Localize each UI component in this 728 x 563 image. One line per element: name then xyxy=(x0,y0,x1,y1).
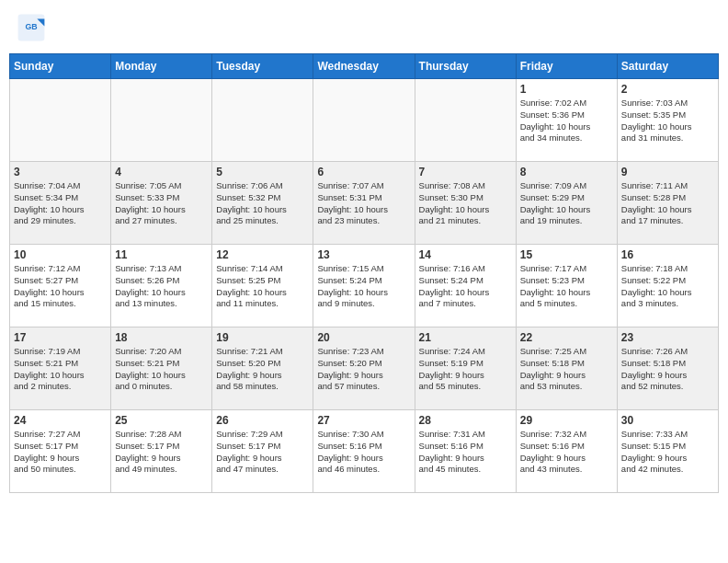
day-number: 6 xyxy=(317,166,410,178)
day-number: 30 xyxy=(621,414,714,427)
day-number: 2 xyxy=(621,83,714,96)
day-info: Sunrise: 7:20 AM Sunset: 5:21 PM Dayligh… xyxy=(115,346,208,393)
day-number: 4 xyxy=(115,166,208,178)
day-info: Sunrise: 7:24 AM Sunset: 5:19 PM Dayligh… xyxy=(419,346,512,393)
calendar-day-cell: 21Sunrise: 7:24 AM Sunset: 5:19 PM Dayli… xyxy=(415,327,516,410)
calendar-table: SundayMondayTuesdayWednesdayThursdayFrid… xyxy=(9,53,719,493)
day-number: 26 xyxy=(216,414,309,427)
calendar-day-cell: 22Sunrise: 7:25 AM Sunset: 5:18 PM Dayli… xyxy=(516,327,617,410)
day-number: 12 xyxy=(216,248,309,261)
day-number: 17 xyxy=(14,331,107,344)
day-number: 1 xyxy=(520,83,613,96)
calendar-day-cell: 23Sunrise: 7:26 AM Sunset: 5:18 PM Dayli… xyxy=(617,327,718,410)
day-info: Sunrise: 7:25 AM Sunset: 5:18 PM Dayligh… xyxy=(520,346,613,393)
day-info: Sunrise: 7:29 AM Sunset: 5:17 PM Dayligh… xyxy=(216,429,309,476)
calendar-week-row: 3Sunrise: 7:04 AM Sunset: 5:34 PM Daylig… xyxy=(10,162,719,245)
day-info: Sunrise: 7:28 AM Sunset: 5:17 PM Dayligh… xyxy=(115,429,208,476)
day-info: Sunrise: 7:15 AM Sunset: 5:24 PM Dayligh… xyxy=(317,263,410,310)
calendar-day-cell: 14Sunrise: 7:16 AM Sunset: 5:24 PM Dayli… xyxy=(415,245,516,327)
day-info: Sunrise: 7:03 AM Sunset: 5:35 PM Dayligh… xyxy=(621,98,714,144)
day-info: Sunrise: 7:16 AM Sunset: 5:24 PM Dayligh… xyxy=(419,263,512,310)
day-number: 11 xyxy=(115,248,208,261)
day-info: Sunrise: 7:13 AM Sunset: 5:26 PM Dayligh… xyxy=(115,263,208,310)
day-number: 3 xyxy=(14,166,107,178)
day-info: Sunrise: 7:05 AM Sunset: 5:33 PM Dayligh… xyxy=(115,180,208,227)
calendar-week-row: 24Sunrise: 7:27 AM Sunset: 5:17 PM Dayli… xyxy=(10,410,719,493)
day-info: Sunrise: 7:27 AM Sunset: 5:17 PM Dayligh… xyxy=(14,429,107,476)
day-number: 21 xyxy=(419,331,512,344)
calendar-day-cell: 11Sunrise: 7:13 AM Sunset: 5:26 PM Dayli… xyxy=(111,245,212,327)
calendar-day-cell: 4Sunrise: 7:05 AM Sunset: 5:33 PM Daylig… xyxy=(111,162,212,245)
calendar-header-row: SundayMondayTuesdayWednesdayThursdayFrid… xyxy=(10,54,719,79)
day-info: Sunrise: 7:21 AM Sunset: 5:20 PM Dayligh… xyxy=(216,346,309,393)
logo: GB xyxy=(17,13,50,42)
calendar-day-cell: 16Sunrise: 7:18 AM Sunset: 5:22 PM Dayli… xyxy=(617,245,718,327)
calendar-day-cell xyxy=(212,79,313,162)
calendar-week-row: 10Sunrise: 7:12 AM Sunset: 5:27 PM Dayli… xyxy=(10,245,719,327)
calendar-week-row: 1Sunrise: 7:02 AM Sunset: 5:36 PM Daylig… xyxy=(10,79,719,162)
weekday-header: Sunday xyxy=(10,54,111,79)
calendar-day-cell: 20Sunrise: 7:23 AM Sunset: 5:20 PM Dayli… xyxy=(313,327,415,410)
day-number: 19 xyxy=(216,331,309,344)
calendar-day-cell: 17Sunrise: 7:19 AM Sunset: 5:21 PM Dayli… xyxy=(10,327,111,410)
day-number: 7 xyxy=(419,166,512,178)
calendar-day-cell: 12Sunrise: 7:14 AM Sunset: 5:25 PM Dayli… xyxy=(212,245,313,327)
calendar-day-cell: 24Sunrise: 7:27 AM Sunset: 5:17 PM Dayli… xyxy=(10,410,111,493)
calendar-day-cell: 19Sunrise: 7:21 AM Sunset: 5:20 PM Dayli… xyxy=(212,327,313,410)
calendar-day-cell: 5Sunrise: 7:06 AM Sunset: 5:32 PM Daylig… xyxy=(212,162,313,245)
day-number: 18 xyxy=(115,331,208,344)
svg-text:GB: GB xyxy=(25,22,37,31)
day-info: Sunrise: 7:09 AM Sunset: 5:29 PM Dayligh… xyxy=(520,180,613,227)
calendar-day-cell: 25Sunrise: 7:28 AM Sunset: 5:17 PM Dayli… xyxy=(111,410,212,493)
day-info: Sunrise: 7:06 AM Sunset: 5:32 PM Dayligh… xyxy=(216,180,309,227)
day-info: Sunrise: 7:07 AM Sunset: 5:31 PM Dayligh… xyxy=(317,180,410,227)
calendar-day-cell: 30Sunrise: 7:33 AM Sunset: 5:15 PM Dayli… xyxy=(617,410,718,493)
weekday-header: Wednesday xyxy=(313,54,415,79)
day-info: Sunrise: 7:23 AM Sunset: 5:20 PM Dayligh… xyxy=(317,346,410,393)
calendar-week-row: 17Sunrise: 7:19 AM Sunset: 5:21 PM Dayli… xyxy=(10,327,719,410)
weekday-header: Saturday xyxy=(617,54,718,79)
day-info: Sunrise: 7:30 AM Sunset: 5:16 PM Dayligh… xyxy=(317,429,410,476)
calendar-day-cell: 28Sunrise: 7:31 AM Sunset: 5:16 PM Dayli… xyxy=(415,410,516,493)
weekday-header: Monday xyxy=(111,54,212,79)
calendar-day-cell: 26Sunrise: 7:29 AM Sunset: 5:17 PM Dayli… xyxy=(212,410,313,493)
day-number: 22 xyxy=(520,331,613,344)
day-number: 13 xyxy=(317,248,410,261)
weekday-header: Friday xyxy=(516,54,617,79)
day-number: 28 xyxy=(419,414,512,427)
calendar-day-cell: 18Sunrise: 7:20 AM Sunset: 5:21 PM Dayli… xyxy=(111,327,212,410)
day-number: 8 xyxy=(520,166,613,178)
calendar-day-cell xyxy=(111,79,212,162)
calendar-day-cell: 10Sunrise: 7:12 AM Sunset: 5:27 PM Dayli… xyxy=(10,245,111,327)
calendar-day-cell: 15Sunrise: 7:17 AM Sunset: 5:23 PM Dayli… xyxy=(516,245,617,327)
day-info: Sunrise: 7:04 AM Sunset: 5:34 PM Dayligh… xyxy=(14,180,107,227)
calendar-day-cell xyxy=(313,79,415,162)
day-info: Sunrise: 7:32 AM Sunset: 5:16 PM Dayligh… xyxy=(520,429,613,476)
weekday-header: Thursday xyxy=(415,54,516,79)
day-info: Sunrise: 7:18 AM Sunset: 5:22 PM Dayligh… xyxy=(621,263,714,310)
calendar-day-cell: 13Sunrise: 7:15 AM Sunset: 5:24 PM Dayli… xyxy=(313,245,415,327)
day-number: 20 xyxy=(317,331,410,344)
day-info: Sunrise: 7:19 AM Sunset: 5:21 PM Dayligh… xyxy=(14,346,107,393)
day-number: 29 xyxy=(520,414,613,427)
day-number: 14 xyxy=(419,248,512,261)
day-info: Sunrise: 7:31 AM Sunset: 5:16 PM Dayligh… xyxy=(419,429,512,476)
day-number: 16 xyxy=(621,248,714,261)
calendar-day-cell xyxy=(10,79,111,162)
day-number: 10 xyxy=(14,248,107,261)
day-info: Sunrise: 7:02 AM Sunset: 5:36 PM Dayligh… xyxy=(520,98,613,144)
logo-icon: GB xyxy=(17,13,46,42)
day-number: 23 xyxy=(621,331,714,344)
day-info: Sunrise: 7:33 AM Sunset: 5:15 PM Dayligh… xyxy=(621,429,714,476)
calendar-day-cell: 6Sunrise: 7:07 AM Sunset: 5:31 PM Daylig… xyxy=(313,162,415,245)
day-number: 15 xyxy=(520,248,613,261)
day-number: 24 xyxy=(14,414,107,427)
day-number: 25 xyxy=(115,414,208,427)
calendar-day-cell xyxy=(415,79,516,162)
day-number: 5 xyxy=(216,166,309,178)
weekday-header: Tuesday xyxy=(212,54,313,79)
day-info: Sunrise: 7:17 AM Sunset: 5:23 PM Dayligh… xyxy=(520,263,613,310)
calendar-day-cell: 9Sunrise: 7:11 AM Sunset: 5:28 PM Daylig… xyxy=(617,162,718,245)
day-info: Sunrise: 7:12 AM Sunset: 5:27 PM Dayligh… xyxy=(14,263,107,310)
day-number: 27 xyxy=(317,414,410,427)
